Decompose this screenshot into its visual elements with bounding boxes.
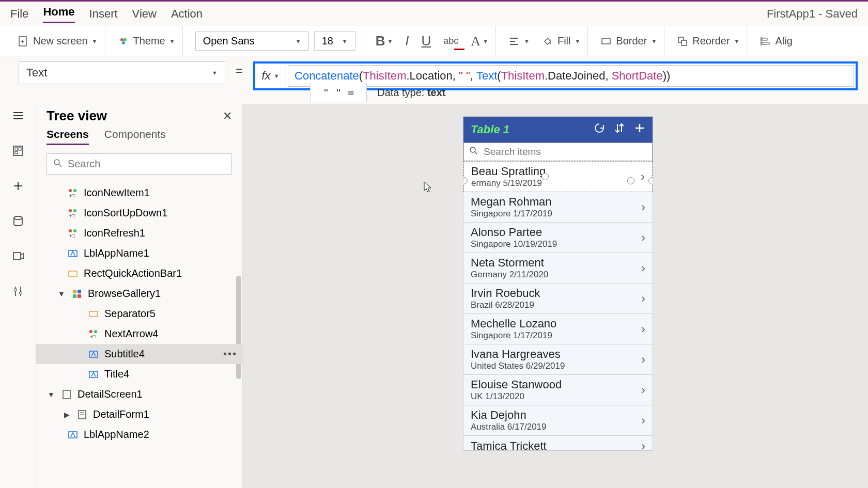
chevron-right-icon[interactable]: › xyxy=(641,261,645,275)
tree-item-detailform[interactable]: ▶ DetailForm1 xyxy=(36,404,242,424)
chevron-down-icon[interactable]: ▼ xyxy=(47,390,56,399)
menu-home[interactable]: Home xyxy=(43,5,74,23)
chevron-right-icon[interactable]: › xyxy=(641,169,645,184)
add-icon[interactable] xyxy=(634,122,645,137)
selection-handle[interactable] xyxy=(541,173,549,180)
svg-rect-47 xyxy=(89,311,98,317)
tree-item-nextarrow[interactable]: +□ NextArrow4 xyxy=(36,324,242,344)
chevron-right-icon[interactable]: › xyxy=(641,383,645,397)
svg-line-31 xyxy=(59,164,61,167)
canvas[interactable]: Table 1 Beau Spratlingermany 5/19/2019›M… xyxy=(243,104,868,488)
media-icon[interactable] xyxy=(10,248,26,264)
tree-search-input[interactable] xyxy=(68,158,225,170)
selection-handle[interactable] xyxy=(627,177,634,184)
phone-search[interactable] xyxy=(463,143,653,161)
gallery-item[interactable]: Neta StormentGermany 2/11/2020› xyxy=(463,253,653,284)
font-color-button[interactable]: A▼ xyxy=(471,34,488,49)
gallery-item[interactable]: Ivana HargreavesUnited States 6/29/2019› xyxy=(463,344,653,375)
gallery-item[interactable]: Alonso ParteeSingapore 10/19/2019› xyxy=(463,223,653,253)
font-size-value: 18 xyxy=(322,35,333,47)
svg-rect-42 xyxy=(69,271,77,276)
fx-button[interactable]: fx▼ xyxy=(255,64,286,88)
advanced-tools-icon[interactable] xyxy=(10,284,26,299)
strikethrough-button[interactable]: abc xyxy=(443,36,458,46)
gallery-item[interactable]: Irvin RoebuckBrazil 6/28/2019› xyxy=(463,284,653,314)
gallery-item[interactable]: Megan RohmanSingapore 1/17/2019› xyxy=(463,192,653,223)
tree-item-rect[interactable]: RectQuickActionBar1 xyxy=(36,263,242,284)
hamburger-icon[interactable] xyxy=(10,108,26,123)
menu-file[interactable]: File xyxy=(10,7,28,21)
selection-handle[interactable] xyxy=(648,177,653,184)
reorder-button[interactable]: Reorder▼ xyxy=(677,35,739,47)
menu-insert[interactable]: Insert xyxy=(89,7,118,21)
selection-handle[interactable] xyxy=(463,177,468,184)
tree-item-iconrefresh[interactable]: +□ IconRefresh1 xyxy=(36,223,242,243)
property-select[interactable]: Text ▼ xyxy=(19,61,225,84)
tree-item-lblapp2[interactable]: LblAppName2 xyxy=(36,424,242,445)
gallery-item[interactable]: Elouise StanwoodUK 1/13/2020› xyxy=(463,375,653,405)
new-screen-button[interactable]: New screen ▼ xyxy=(18,35,98,47)
intel-type-value: text xyxy=(427,87,446,98)
font-select[interactable]: Open Sans ▼ xyxy=(195,32,309,51)
tree-item-gallery[interactable]: ▼ BrowseGallery1 xyxy=(36,284,242,304)
svg-point-36 xyxy=(73,209,76,212)
tree-search[interactable] xyxy=(47,153,232,175)
border-button[interactable]: Border▼ xyxy=(600,35,657,47)
phone-header: Table 1 xyxy=(463,117,653,143)
close-icon[interactable]: ✕ xyxy=(223,109,232,123)
tab-components[interactable]: Components xyxy=(104,128,166,145)
svg-rect-11 xyxy=(681,40,687,45)
tree-item-subtitle[interactable]: Subtitle4 ••• xyxy=(36,344,242,364)
gallery-item[interactable]: Tamica Trickett› xyxy=(463,436,653,450)
svg-text:+□: +□ xyxy=(90,334,96,339)
label-icon xyxy=(88,369,99,380)
gallery-item-title: Tamica Trickett xyxy=(471,439,547,450)
tree-item-separator[interactable]: Separator5 xyxy=(36,304,242,324)
tree-item-iconsort[interactable]: +□ IconSortUpDown1 xyxy=(36,203,242,223)
gallery-item[interactable]: Kia DejohnAustralia 6/17/2019› xyxy=(463,405,653,436)
fill-button[interactable]: Fill▼ xyxy=(542,35,580,47)
tab-screens[interactable]: Screens xyxy=(47,128,89,145)
svg-rect-21 xyxy=(15,151,18,154)
insert-icon[interactable] xyxy=(10,178,26,194)
alignment-button[interactable]: ▼ xyxy=(508,36,530,47)
tree-item-iconnew[interactable]: +□ IconNewItem1 xyxy=(36,183,242,203)
chevron-right-icon[interactable]: › xyxy=(641,230,645,245)
app-title: FirstApp1 - Saved xyxy=(767,7,858,21)
intel-type: Data type: text xyxy=(367,84,456,102)
bold-button[interactable]: B▼ xyxy=(376,33,393,49)
intel-result: " " = xyxy=(310,83,367,102)
chevron-right-icon[interactable]: › xyxy=(641,352,645,367)
svg-point-32 xyxy=(69,189,72,192)
data-icon[interactable] xyxy=(10,213,26,229)
tree-item-label: Subtitle4 xyxy=(104,348,145,360)
chevron-down-icon[interactable]: ▼ xyxy=(57,290,66,298)
gallery-item[interactable]: Mechelle LozanoSingapore 1/17/2019› xyxy=(463,314,653,344)
chevron-right-icon[interactable]: › xyxy=(641,439,645,450)
sort-icon[interactable] xyxy=(614,122,625,137)
tree-view-icon[interactable] xyxy=(10,143,26,159)
chevron-right-icon[interactable]: › xyxy=(641,322,645,336)
chevron-right-icon[interactable]: › xyxy=(641,200,645,214)
phone-search-input[interactable] xyxy=(484,146,647,158)
underline-button[interactable]: U xyxy=(422,33,431,49)
tree-item-detailscreen[interactable]: ▼ DetailScreen1 xyxy=(36,384,242,404)
align-group-button[interactable]: Alig xyxy=(760,35,792,47)
fill-label: Fill xyxy=(557,35,571,47)
chevron-right-icon[interactable]: ▶ xyxy=(62,411,71,419)
group-icon: +□ xyxy=(67,228,79,239)
tree-item-label: LblAppName2 xyxy=(84,429,149,440)
menu-action[interactable]: Action xyxy=(171,7,203,21)
theme-button[interactable]: Theme ▼ xyxy=(118,35,175,47)
chevron-right-icon[interactable]: › xyxy=(641,291,645,306)
gallery-item[interactable]: Beau Spratlingermany 5/19/2019› xyxy=(463,161,653,192)
italic-button[interactable]: I xyxy=(405,33,409,49)
chevron-right-icon[interactable]: › xyxy=(641,413,645,428)
tree-item-lblapp[interactable]: LblAppName1 xyxy=(36,243,242,263)
refresh-icon[interactable] xyxy=(594,122,605,137)
more-icon[interactable]: ••• xyxy=(223,348,237,360)
tree-item-title4[interactable]: Title4 xyxy=(36,364,242,384)
gallery-item-title: Ivana Hargreaves xyxy=(471,348,565,361)
font-size-select[interactable]: 18 ▼ xyxy=(314,32,355,51)
menu-view[interactable]: View xyxy=(132,7,157,21)
